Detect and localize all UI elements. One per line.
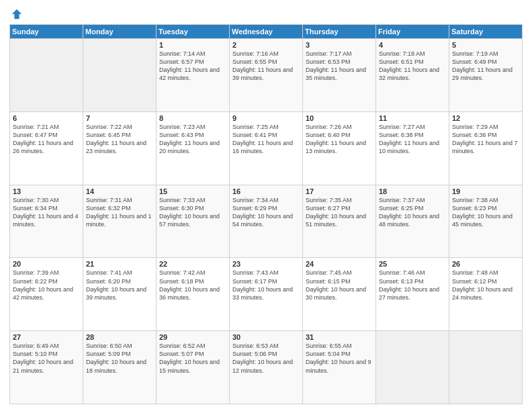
day-number: 20 <box>13 260 80 268</box>
day-info: Sunrise: 7:14 AM Sunset: 6:57 PM Dayligh… <box>159 50 226 83</box>
day-info: Sunrise: 7:25 AM Sunset: 6:41 PM Dayligh… <box>232 123 300 156</box>
calendar-cell: 11Sunrise: 7:27 AM Sunset: 6:38 PM Dayli… <box>376 111 449 185</box>
day-info: Sunrise: 7:42 AM Sunset: 6:18 PM Dayligh… <box>159 269 226 302</box>
day-info: Sunrise: 7:29 AM Sunset: 6:36 PM Dayligh… <box>452 123 519 156</box>
calendar-cell: 5Sunrise: 7:19 AM Sunset: 6:49 PM Daylig… <box>449 39 523 112</box>
header <box>9 8 523 20</box>
day-info: Sunrise: 6:55 AM Sunset: 5:04 PM Dayligh… <box>306 342 373 375</box>
weekday-header-monday: Monday <box>83 25 157 39</box>
week-row-2: 6Sunrise: 7:21 AM Sunset: 6:47 PM Daylig… <box>10 111 523 185</box>
weekday-header-sunday: Sunday <box>10 25 83 39</box>
calendar-cell: 3Sunrise: 7:17 AM Sunset: 6:53 PM Daylig… <box>303 39 376 112</box>
calendar-cell: 2Sunrise: 7:16 AM Sunset: 6:55 PM Daylig… <box>230 39 303 112</box>
day-info: Sunrise: 7:21 AM Sunset: 6:47 PM Dayligh… <box>13 123 80 156</box>
calendar-cell: 15Sunrise: 7:33 AM Sunset: 6:30 PM Dayli… <box>157 185 230 258</box>
day-number: 5 <box>452 41 519 49</box>
calendar-cell: 24Sunrise: 7:45 AM Sunset: 6:15 PM Dayli… <box>303 258 376 331</box>
calendar-cell: 8Sunrise: 7:23 AM Sunset: 6:43 PM Daylig… <box>157 111 230 185</box>
day-number: 3 <box>306 41 373 49</box>
day-number: 21 <box>86 260 153 268</box>
calendar-cell <box>10 39 83 112</box>
calendar-cell: 31Sunrise: 6:55 AM Sunset: 5:04 PM Dayli… <box>303 331 376 404</box>
calendar-cell: 16Sunrise: 7:34 AM Sunset: 6:29 PM Dayli… <box>230 185 303 258</box>
day-info: Sunrise: 7:18 AM Sunset: 6:51 PM Dayligh… <box>379 50 446 83</box>
day-info: Sunrise: 7:34 AM Sunset: 6:29 PM Dayligh… <box>232 196 300 229</box>
day-info: Sunrise: 7:37 AM Sunset: 6:25 PM Dayligh… <box>379 196 446 229</box>
day-info: Sunrise: 7:38 AM Sunset: 6:23 PM Dayligh… <box>452 196 519 229</box>
day-number: 8 <box>159 114 226 122</box>
day-number: 16 <box>232 187 300 195</box>
weekday-header-row: SundayMondayTuesdayWednesdayThursdayFrid… <box>10 25 523 39</box>
day-number: 26 <box>452 260 519 268</box>
week-row-1: 1Sunrise: 7:14 AM Sunset: 6:57 PM Daylig… <box>10 39 523 112</box>
day-number: 15 <box>159 187 226 195</box>
day-info: Sunrise: 7:48 AM Sunset: 6:12 PM Dayligh… <box>452 269 519 302</box>
day-number: 6 <box>13 114 80 122</box>
day-info: Sunrise: 7:16 AM Sunset: 6:55 PM Dayligh… <box>232 50 300 83</box>
day-info: Sunrise: 7:19 AM Sunset: 6:49 PM Dayligh… <box>452 50 519 83</box>
day-info: Sunrise: 7:46 AM Sunset: 6:13 PM Dayligh… <box>379 269 446 302</box>
day-info: Sunrise: 7:43 AM Sunset: 6:17 PM Dayligh… <box>232 269 300 302</box>
calendar-cell: 27Sunrise: 6:49 AM Sunset: 5:10 PM Dayli… <box>10 331 83 404</box>
day-info: Sunrise: 7:17 AM Sunset: 6:53 PM Dayligh… <box>306 50 373 83</box>
calendar-cell <box>449 331 523 404</box>
day-info: Sunrise: 7:35 AM Sunset: 6:27 PM Dayligh… <box>306 196 373 229</box>
logo-icon <box>11 8 23 20</box>
day-number: 7 <box>86 114 153 122</box>
day-number: 18 <box>379 187 446 195</box>
day-number: 17 <box>306 187 373 195</box>
day-number: 11 <box>379 114 446 122</box>
day-number: 12 <box>452 114 519 122</box>
calendar-cell: 25Sunrise: 7:46 AM Sunset: 6:13 PM Dayli… <box>376 258 449 331</box>
calendar-cell: 10Sunrise: 7:26 AM Sunset: 6:40 PM Dayli… <box>303 111 376 185</box>
day-number: 2 <box>232 41 300 49</box>
day-number: 14 <box>86 187 153 195</box>
day-number: 24 <box>306 260 373 268</box>
calendar-cell: 28Sunrise: 6:50 AM Sunset: 5:09 PM Dayli… <box>83 331 157 404</box>
day-number: 30 <box>232 333 300 341</box>
calendar-cell <box>83 39 157 112</box>
day-info: Sunrise: 7:41 AM Sunset: 6:20 PM Dayligh… <box>86 269 153 302</box>
day-info: Sunrise: 7:31 AM Sunset: 6:32 PM Dayligh… <box>86 196 153 229</box>
day-number: 23 <box>232 260 300 268</box>
calendar-cell: 30Sunrise: 6:53 AM Sunset: 5:06 PM Dayli… <box>230 331 303 404</box>
week-row-4: 20Sunrise: 7:39 AM Sunset: 6:22 PM Dayli… <box>10 258 523 331</box>
day-info: Sunrise: 7:27 AM Sunset: 6:38 PM Dayligh… <box>379 123 446 156</box>
calendar-cell: 19Sunrise: 7:38 AM Sunset: 6:23 PM Dayli… <box>449 185 523 258</box>
day-number: 9 <box>232 114 300 122</box>
svg-marker-0 <box>12 9 21 19</box>
calendar-cell: 21Sunrise: 7:41 AM Sunset: 6:20 PM Dayli… <box>83 258 157 331</box>
day-info: Sunrise: 6:49 AM Sunset: 5:10 PM Dayligh… <box>13 342 80 375</box>
day-info: Sunrise: 6:50 AM Sunset: 5:09 PM Dayligh… <box>86 342 153 375</box>
day-number: 19 <box>452 187 519 195</box>
calendar-cell: 7Sunrise: 7:22 AM Sunset: 6:45 PM Daylig… <box>83 111 157 185</box>
day-info: Sunrise: 7:39 AM Sunset: 6:22 PM Dayligh… <box>13 269 80 302</box>
day-info: Sunrise: 7:26 AM Sunset: 6:40 PM Dayligh… <box>306 123 373 156</box>
weekday-header-saturday: Saturday <box>449 25 523 39</box>
day-info: Sunrise: 6:52 AM Sunset: 5:07 PM Dayligh… <box>159 342 226 375</box>
day-info: Sunrise: 7:45 AM Sunset: 6:15 PM Dayligh… <box>306 269 373 302</box>
calendar-cell: 26Sunrise: 7:48 AM Sunset: 6:12 PM Dayli… <box>449 258 523 331</box>
calendar-cell: 20Sunrise: 7:39 AM Sunset: 6:22 PM Dayli… <box>10 258 83 331</box>
day-info: Sunrise: 7:33 AM Sunset: 6:30 PM Dayligh… <box>159 196 226 229</box>
weekday-header-wednesday: Wednesday <box>230 25 303 39</box>
logo <box>9 8 23 20</box>
weekday-header-thursday: Thursday <box>303 25 376 39</box>
calendar-cell <box>376 331 449 404</box>
calendar-cell: 12Sunrise: 7:29 AM Sunset: 6:36 PM Dayli… <box>449 111 523 185</box>
day-info: Sunrise: 7:30 AM Sunset: 6:34 PM Dayligh… <box>13 196 80 229</box>
page: SundayMondayTuesdayWednesdayThursdayFrid… <box>0 0 532 411</box>
week-row-5: 27Sunrise: 6:49 AM Sunset: 5:10 PM Dayli… <box>10 331 523 404</box>
calendar-cell: 14Sunrise: 7:31 AM Sunset: 6:32 PM Dayli… <box>83 185 157 258</box>
day-number: 25 <box>379 260 446 268</box>
calendar-cell: 1Sunrise: 7:14 AM Sunset: 6:57 PM Daylig… <box>157 39 230 112</box>
day-number: 28 <box>86 333 153 341</box>
calendar-cell: 9Sunrise: 7:25 AM Sunset: 6:41 PM Daylig… <box>230 111 303 185</box>
day-number: 10 <box>306 114 373 122</box>
calendar-cell: 17Sunrise: 7:35 AM Sunset: 6:27 PM Dayli… <box>303 185 376 258</box>
day-number: 27 <box>13 333 80 341</box>
day-info: Sunrise: 7:22 AM Sunset: 6:45 PM Dayligh… <box>86 123 153 156</box>
weekday-header-tuesday: Tuesday <box>157 25 230 39</box>
day-number: 4 <box>379 41 446 49</box>
calendar-cell: 18Sunrise: 7:37 AM Sunset: 6:25 PM Dayli… <box>376 185 449 258</box>
